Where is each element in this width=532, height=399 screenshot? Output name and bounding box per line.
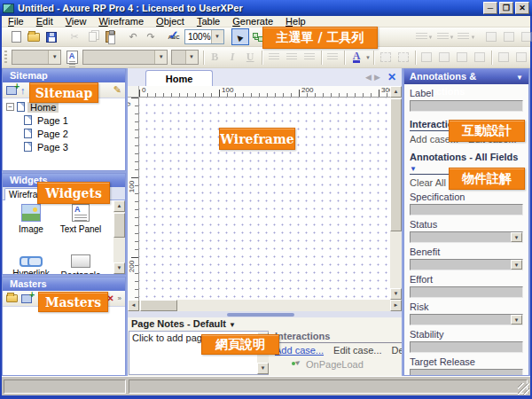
save-button[interactable]	[43, 28, 60, 45]
chevron-down-icon[interactable]: ▼	[511, 260, 522, 270]
widgets-scrollbar[interactable]: ▲ ▼	[113, 200, 125, 274]
stability-input[interactable]	[410, 341, 523, 353]
tab-home[interactable]: Home	[145, 70, 213, 86]
inspector-header[interactable]: Annotations & Interactions ▼	[404, 69, 528, 84]
chevron-down-icon[interactable]: ▼	[511, 232, 522, 242]
menu-help[interactable]: Help	[279, 16, 312, 27]
widget-rectangle[interactable]: Rectangle	[58, 252, 104, 274]
align-right-button[interactable]	[301, 49, 318, 66]
cut-button[interactable]: ✂	[66, 28, 83, 45]
sitemap-panel-header[interactable]: Sitemap	[3, 69, 125, 82]
tree-item-page1[interactable]: Page 1	[35, 115, 71, 126]
chevron-down-icon[interactable]: ▼	[365, 55, 371, 60]
benefit-select[interactable]: ▼	[410, 259, 523, 270]
align-objects-right-button[interactable]	[518, 28, 532, 45]
tree-item-page3[interactable]: Page 3	[35, 142, 71, 153]
add-case-link[interactable]: Add case...	[275, 345, 324, 356]
bold-button[interactable]: B	[206, 49, 223, 66]
page-notes-header[interactable]: Page Notes - Default ▼	[128, 317, 402, 329]
spellcheck-button[interactable]: ABC	[165, 28, 183, 45]
send-backward-button[interactable]	[471, 49, 489, 66]
menu-file[interactable]: File	[2, 16, 30, 27]
menu-generate[interactable]: Generate	[226, 16, 279, 27]
scroll-down-icon[interactable]: ▼	[113, 262, 125, 274]
effort-input[interactable]	[410, 286, 523, 298]
group-button[interactable]	[377, 49, 395, 66]
scroll-right-icon[interactable]: ►	[390, 300, 402, 311]
font-size-dropdown[interactable]: ▼	[171, 50, 198, 65]
new-button[interactable]	[7, 28, 25, 45]
bullet-list-button[interactable]	[324, 49, 341, 66]
edit-case-link[interactable]: Edit case...	[333, 345, 381, 356]
chevron-down-icon[interactable]: ▼	[229, 321, 236, 329]
arrow-style-dropdown[interactable]: ▼	[456, 33, 477, 41]
overflow-chevron-icon[interactable]: »	[118, 294, 121, 302]
scrollbar-thumb[interactable]	[390, 98, 402, 231]
bring-to-front-button[interactable]	[418, 49, 435, 66]
copy-button[interactable]	[83, 28, 101, 45]
rotate-left-button[interactable]	[495, 49, 512, 66]
menu-wireframe[interactable]: Wireframe	[92, 16, 150, 27]
italic-button[interactable]: I	[223, 49, 241, 66]
widget-hyperlink[interactable]: Hyperlink	[8, 252, 54, 274]
border-width-dropdown[interactable]: ▼	[414, 33, 435, 41]
add-page-icon[interactable]	[6, 86, 17, 95]
open-button[interactable]	[25, 28, 43, 45]
style-dropdown[interactable]: ▼	[12, 50, 61, 65]
scroll-up-icon[interactable]: ▲	[390, 86, 402, 98]
font-dropdown[interactable]: ▼	[82, 50, 168, 65]
toolbar-grip[interactable]	[4, 51, 7, 65]
edit-pencil-icon[interactable]: ✎	[113, 84, 121, 96]
line-style-dropdown[interactable]: ▼	[435, 33, 457, 41]
nav-right-icon[interactable]: ▶	[374, 73, 380, 82]
open-folder-icon[interactable]	[6, 294, 18, 302]
notes-splitter[interactable]	[128, 311, 402, 317]
scroll-down-icon[interactable]: ▼	[257, 363, 269, 374]
menu-view[interactable]: View	[59, 16, 93, 27]
masters-list[interactable]	[3, 307, 125, 375]
canvas-horizontal-scrollbar[interactable]: ◄ ►	[128, 300, 402, 311]
collapse-expander-icon[interactable]: −	[6, 103, 14, 111]
chevron-down-icon[interactable]: ▼	[511, 315, 522, 325]
undo-button[interactable]: ↶	[124, 28, 142, 45]
align-objects-left-button[interactable]	[482, 28, 500, 45]
chevron-down-icon[interactable]: ▼	[410, 165, 417, 173]
status-select[interactable]: ▼	[410, 231, 523, 243]
scroll-left-icon[interactable]: ◄	[128, 300, 139, 311]
redo-button[interactable]: ↷	[142, 28, 160, 45]
underline-button[interactable]: U	[241, 49, 259, 66]
masters-panel-header[interactable]: Masters	[3, 278, 125, 291]
add-master-icon[interactable]	[21, 294, 32, 303]
tree-row-page2[interactable]: Page 2	[3, 127, 125, 140]
onpageload-event-row[interactable]: OnPageLoad	[294, 359, 402, 370]
maximize-button[interactable]: ❐	[499, 2, 513, 14]
chevron-down-icon[interactable]: ▼	[211, 30, 223, 43]
minimize-button[interactable]: ─	[483, 2, 497, 14]
font-color-button[interactable]: A	[348, 49, 365, 66]
zoom-combobox[interactable]: 100% ▼	[184, 29, 224, 44]
resize-grip[interactable]	[518, 383, 529, 395]
scrollbar-thumb[interactable]	[140, 300, 177, 311]
widget-text-panel[interactable]: Text Panel	[58, 204, 104, 234]
paste-button[interactable]	[101, 28, 119, 45]
delete-case-link[interactable]: Delete case...	[392, 345, 402, 356]
target-release-input[interactable]	[410, 369, 523, 375]
widget-image[interactable]: Image	[8, 204, 54, 234]
tree-row-page3[interactable]: Page 3	[3, 140, 125, 153]
title-bar[interactable]: Untitled - Axure RP Pro 4 : Licensed to …	[0, 0, 532, 16]
move-up-icon[interactable]: ↑	[20, 85, 26, 96]
align-objects-center-button[interactable]	[500, 28, 518, 45]
align-left-button[interactable]	[265, 49, 283, 66]
chevron-down-icon[interactable]: ▼	[516, 70, 523, 85]
menu-edit[interactable]: Edit	[30, 16, 59, 27]
close-button[interactable]: ✕	[515, 2, 529, 14]
label-input[interactable]	[410, 100, 523, 112]
edit-style-button[interactable]	[63, 49, 81, 66]
tree-row-page1[interactable]: Page 1	[3, 113, 125, 127]
rotate-right-button[interactable]	[512, 49, 530, 66]
scroll-up-icon[interactable]: ▲	[113, 200, 125, 212]
canvas-vertical-scrollbar[interactable]: ▲ ▼	[390, 86, 402, 300]
scrollbar-thumb[interactable]	[113, 213, 125, 238]
send-to-back-button[interactable]	[435, 49, 453, 66]
ungroup-button[interactable]	[395, 49, 412, 66]
